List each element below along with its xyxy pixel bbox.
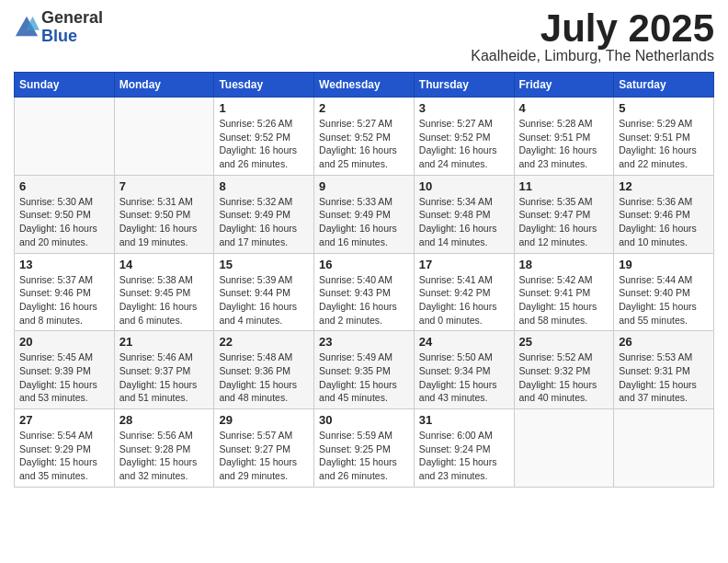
logo: General Blue: [14, 9, 103, 46]
day-number: 17: [419, 258, 509, 271]
calendar-week-4: 20Sunrise: 5:45 AMSunset: 9:39 PMDayligh…: [15, 331, 714, 409]
day-info: Sunrise: 5:37 AMSunset: 9:46 PMDaylight:…: [19, 273, 109, 327]
calendar-cell: 5Sunrise: 5:29 AMSunset: 9:51 PMDaylight…: [614, 98, 714, 176]
day-info: Sunrise: 5:40 AMSunset: 9:43 PMDaylight:…: [319, 273, 409, 327]
day-number: 20: [19, 335, 109, 349]
calendar-cell: 15Sunrise: 5:39 AMSunset: 9:44 PMDayligh…: [214, 253, 314, 331]
day-info: Sunrise: 5:29 AMSunset: 9:51 PMDaylight:…: [619, 117, 709, 171]
calendar-cell: 16Sunrise: 5:40 AMSunset: 9:43 PMDayligh…: [314, 253, 415, 331]
calendar-cell: 22Sunrise: 5:48 AMSunset: 9:36 PMDayligh…: [214, 331, 314, 409]
day-info: Sunrise: 5:54 AMSunset: 9:29 PMDaylight:…: [19, 429, 109, 483]
calendar-cell: 6Sunrise: 5:30 AMSunset: 9:50 PMDaylight…: [15, 175, 115, 253]
day-info: Sunrise: 5:52 AMSunset: 9:32 PMDaylight:…: [519, 350, 609, 405]
calendar-cell: [114, 98, 214, 176]
day-info: Sunrise: 5:28 AMSunset: 9:51 PMDaylight:…: [519, 117, 609, 171]
day-number: 27: [19, 413, 109, 427]
calendar-cell: 31Sunrise: 6:00 AMSunset: 9:24 PMDayligh…: [414, 409, 514, 488]
location-title: Kaalheide, Limburg, The Netherlands: [471, 48, 714, 64]
logo-blue: Blue: [41, 28, 103, 46]
logo-icon: [14, 15, 40, 40]
header-sunday: Sunday: [15, 73, 115, 98]
day-info: Sunrise: 5:30 AMSunset: 9:50 PMDaylight:…: [19, 195, 109, 249]
day-info: Sunrise: 5:56 AMSunset: 9:28 PMDaylight:…: [119, 429, 210, 483]
header-thursday: Thursday: [414, 73, 514, 98]
day-number: 14: [119, 258, 210, 271]
day-info: Sunrise: 5:35 AMSunset: 9:47 PMDaylight:…: [519, 195, 609, 249]
month-title: July 2025: [471, 9, 714, 48]
day-number: 21: [119, 335, 210, 349]
day-number: 12: [619, 179, 709, 193]
day-number: 18: [519, 258, 609, 271]
calendar-week-3: 13Sunrise: 5:37 AMSunset: 9:46 PMDayligh…: [15, 253, 714, 331]
day-number: 25: [519, 335, 609, 349]
day-info: Sunrise: 6:00 AMSunset: 9:24 PMDaylight:…: [419, 429, 509, 483]
calendar-cell: 19Sunrise: 5:44 AMSunset: 9:40 PMDayligh…: [614, 253, 714, 331]
day-info: Sunrise: 5:49 AMSunset: 9:35 PMDaylight:…: [319, 350, 409, 405]
logo-general: General: [41, 9, 103, 28]
calendar-cell: [15, 98, 115, 176]
calendar-week-1: 1Sunrise: 5:26 AMSunset: 9:52 PMDaylight…: [15, 98, 714, 176]
day-number: 26: [619, 335, 709, 349]
calendar-cell: 8Sunrise: 5:32 AMSunset: 9:49 PMDaylight…: [214, 175, 314, 253]
day-info: Sunrise: 5:57 AMSunset: 9:27 PMDaylight:…: [219, 429, 309, 483]
calendar-cell: 1Sunrise: 5:26 AMSunset: 9:52 PMDaylight…: [214, 98, 314, 176]
day-info: Sunrise: 5:42 AMSunset: 9:41 PMDaylight:…: [519, 273, 609, 327]
calendar-cell: 30Sunrise: 5:59 AMSunset: 9:25 PMDayligh…: [314, 409, 415, 488]
calendar-cell: 25Sunrise: 5:52 AMSunset: 9:32 PMDayligh…: [514, 331, 614, 409]
calendar-cell: [514, 409, 614, 488]
title-section: July 2025 Kaalheide, Limburg, The Nether…: [471, 9, 714, 64]
calendar-cell: 12Sunrise: 5:36 AMSunset: 9:46 PMDayligh…: [614, 175, 714, 253]
calendar-cell: 27Sunrise: 5:54 AMSunset: 9:29 PMDayligh…: [15, 409, 115, 488]
calendar-cell: 4Sunrise: 5:28 AMSunset: 9:51 PMDaylight…: [514, 98, 614, 176]
day-number: 3: [419, 101, 509, 115]
day-number: 22: [219, 335, 309, 349]
day-info: Sunrise: 5:45 AMSunset: 9:39 PMDaylight:…: [19, 350, 109, 405]
day-number: 29: [219, 413, 309, 427]
day-number: 8: [219, 179, 309, 193]
day-info: Sunrise: 5:32 AMSunset: 9:49 PMDaylight:…: [219, 195, 309, 249]
calendar-cell: 13Sunrise: 5:37 AMSunset: 9:46 PMDayligh…: [15, 253, 115, 331]
header-saturday: Saturday: [614, 73, 714, 98]
day-info: Sunrise: 5:41 AMSunset: 9:42 PMDaylight:…: [419, 273, 509, 327]
day-info: Sunrise: 5:27 AMSunset: 9:52 PMDaylight:…: [319, 117, 409, 171]
day-number: 19: [619, 258, 709, 271]
calendar-cell: 17Sunrise: 5:41 AMSunset: 9:42 PMDayligh…: [414, 253, 514, 331]
calendar-cell: 23Sunrise: 5:49 AMSunset: 9:35 PMDayligh…: [314, 331, 415, 409]
day-number: 15: [219, 258, 309, 271]
day-number: 28: [119, 413, 210, 427]
calendar-cell: [614, 409, 714, 488]
calendar-cell: 20Sunrise: 5:45 AMSunset: 9:39 PMDayligh…: [15, 331, 115, 409]
day-info: Sunrise: 5:34 AMSunset: 9:48 PMDaylight:…: [419, 195, 509, 249]
calendar-cell: 11Sunrise: 5:35 AMSunset: 9:47 PMDayligh…: [514, 175, 614, 253]
day-info: Sunrise: 5:46 AMSunset: 9:37 PMDaylight:…: [119, 350, 210, 405]
day-number: 24: [419, 335, 509, 349]
header-monday: Monday: [114, 73, 214, 98]
calendar-cell: 14Sunrise: 5:38 AMSunset: 9:45 PMDayligh…: [114, 253, 214, 331]
day-info: Sunrise: 5:33 AMSunset: 9:49 PMDaylight:…: [319, 195, 409, 249]
calendar-cell: 26Sunrise: 5:53 AMSunset: 9:31 PMDayligh…: [614, 331, 714, 409]
day-number: 2: [319, 101, 409, 115]
calendar-cell: 2Sunrise: 5:27 AMSunset: 9:52 PMDaylight…: [314, 98, 415, 176]
day-number: 7: [119, 179, 210, 193]
day-info: Sunrise: 5:26 AMSunset: 9:52 PMDaylight:…: [219, 117, 309, 171]
calendar-cell: 3Sunrise: 5:27 AMSunset: 9:52 PMDaylight…: [414, 98, 514, 176]
day-number: 10: [419, 179, 509, 193]
day-number: 30: [319, 413, 409, 427]
day-number: 23: [319, 335, 409, 349]
day-info: Sunrise: 5:36 AMSunset: 9:46 PMDaylight:…: [619, 195, 709, 249]
day-info: Sunrise: 5:39 AMSunset: 9:44 PMDaylight:…: [219, 273, 309, 327]
day-number: 16: [319, 258, 409, 271]
day-number: 9: [319, 179, 409, 193]
day-info: Sunrise: 5:50 AMSunset: 9:34 PMDaylight:…: [419, 350, 509, 405]
calendar-week-2: 6Sunrise: 5:30 AMSunset: 9:50 PMDaylight…: [15, 175, 714, 253]
calendar-cell: 7Sunrise: 5:31 AMSunset: 9:50 PMDaylight…: [114, 175, 214, 253]
calendar-cell: 21Sunrise: 5:46 AMSunset: 9:37 PMDayligh…: [114, 331, 214, 409]
day-number: 31: [419, 413, 509, 427]
day-number: 11: [519, 179, 609, 193]
header-friday: Friday: [514, 73, 614, 98]
header-wednesday: Wednesday: [314, 73, 415, 98]
day-number: 4: [519, 101, 609, 115]
day-number: 1: [219, 101, 309, 115]
calendar-cell: 28Sunrise: 5:56 AMSunset: 9:28 PMDayligh…: [114, 409, 214, 488]
day-number: 6: [19, 179, 109, 193]
